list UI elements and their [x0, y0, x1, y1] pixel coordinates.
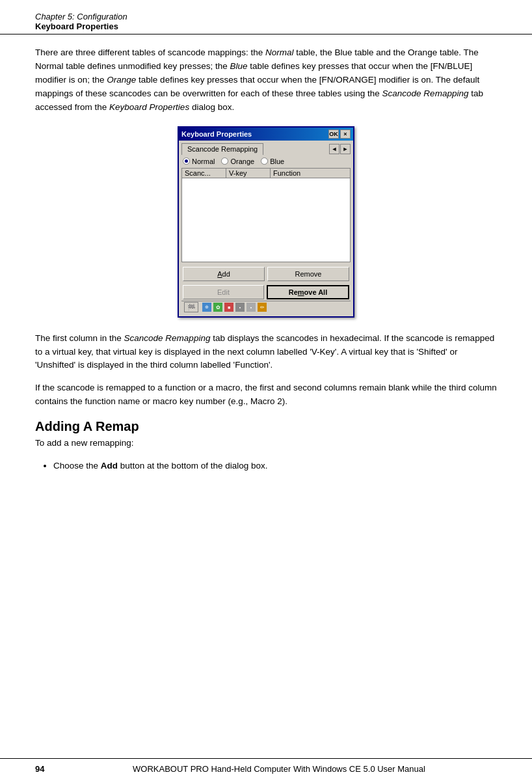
ok-button[interactable]: OK [328, 130, 339, 139]
taskbar: 🏁 ⊕ ✿ ■ ▪ ▪ ✏ [181, 301, 351, 314]
start-button[interactable]: 🏁 [184, 302, 198, 312]
taskbar-icon-6: ✏ [258, 303, 267, 312]
radio-normal[interactable]: Normal [183, 157, 215, 165]
section-label: Keyboard Properties [35, 21, 497, 31]
radio-blue[interactable]: Blue [261, 157, 284, 165]
col-function: Function [271, 169, 350, 178]
dialog-body: Scancode Remapping ◄ ► Normal Orange [179, 141, 353, 316]
add-button-label: Add [217, 270, 230, 278]
radio-normal-label: Normal [192, 157, 215, 165]
radio-blue-label: Blue [270, 157, 284, 165]
edit-button[interactable]: Edit [183, 285, 264, 299]
start-icon: 🏁 [187, 304, 195, 311]
taskbar-icon-5: ▪ [246, 303, 256, 312]
radio-normal-circle[interactable] [183, 157, 190, 165]
button-row-2: Edit Remove All [181, 284, 351, 301]
dialog-window: Keyboard Properties OK × Scancode Remapp… [178, 126, 354, 318]
dialog-title: Keyboard Properties [181, 130, 252, 138]
paragraph-2: The first column in the Scancode Remappi… [35, 332, 497, 373]
page-number: 94 [35, 764, 61, 774]
main-content: There are three different tables of scan… [0, 34, 532, 486]
footer-text: WORKABOUT PRO Hand-Held Computer With Wi… [61, 764, 497, 774]
radio-blue-circle[interactable] [261, 157, 268, 165]
dialog-title-buttons: OK × [328, 130, 351, 139]
remove-all-label: Remove All [289, 288, 328, 296]
tab-nav-left[interactable]: ◄ [329, 144, 339, 154]
scancode-remapping-tab[interactable]: Scancode Remapping [181, 143, 263, 155]
radio-orange-circle[interactable] [221, 157, 228, 165]
taskbar-icons: ⊕ ✿ ■ ▪ ▪ ✏ [202, 303, 267, 312]
bullet-list: Choose the Add button at the bottom of t… [53, 459, 497, 473]
taskbar-icon-3: ■ [224, 303, 233, 312]
tab-nav-right[interactable]: ► [340, 144, 351, 154]
intro-paragraph: There are three different tables of scan… [35, 46, 497, 115]
chapter-label: Chapter 5: Configuration [35, 12, 497, 21]
close-button[interactable]: × [340, 130, 351, 139]
dialog-container: Keyboard Properties OK × Scancode Remapp… [35, 126, 497, 318]
taskbar-icon-4: ▪ [235, 303, 245, 312]
radio-orange-label: Orange [230, 157, 254, 165]
col-scancode: Scanc... [182, 169, 226, 178]
taskbar-icon-2: ✿ [213, 303, 222, 312]
paragraph-3: If the scancode is remapped to a functio… [35, 381, 497, 409]
radio-orange[interactable]: Orange [221, 157, 254, 165]
tab-nav-arrows: ◄ ► [329, 144, 351, 154]
section-heading: Adding A Remap [35, 419, 497, 434]
table-body [181, 178, 351, 262]
col-vkey: V-key [226, 169, 271, 178]
page-footer: 94 WORKABOUT PRO Hand-Held Computer With… [0, 758, 532, 779]
remove-button[interactable]: Remove [267, 267, 349, 281]
taskbar-icon-1: ⊕ [202, 303, 211, 312]
button-row-1: Add Remove [181, 266, 351, 282]
dialog-tabs: Scancode Remapping ◄ ► [181, 143, 351, 155]
add-button[interactable]: Add [183, 267, 265, 281]
bullet-item-1: Choose the Add button at the bottom of t… [53, 459, 497, 473]
radio-group: Normal Orange Blue [183, 157, 351, 165]
page-header: Chapter 5: Configuration Keyboard Proper… [0, 0, 532, 34]
remove-all-button[interactable]: Remove All [267, 285, 349, 299]
section-intro: To add a new remapping: [35, 437, 497, 450]
dialog-titlebar: Keyboard Properties OK × [179, 128, 353, 141]
table-header: Scanc... V-key Function [181, 168, 351, 178]
